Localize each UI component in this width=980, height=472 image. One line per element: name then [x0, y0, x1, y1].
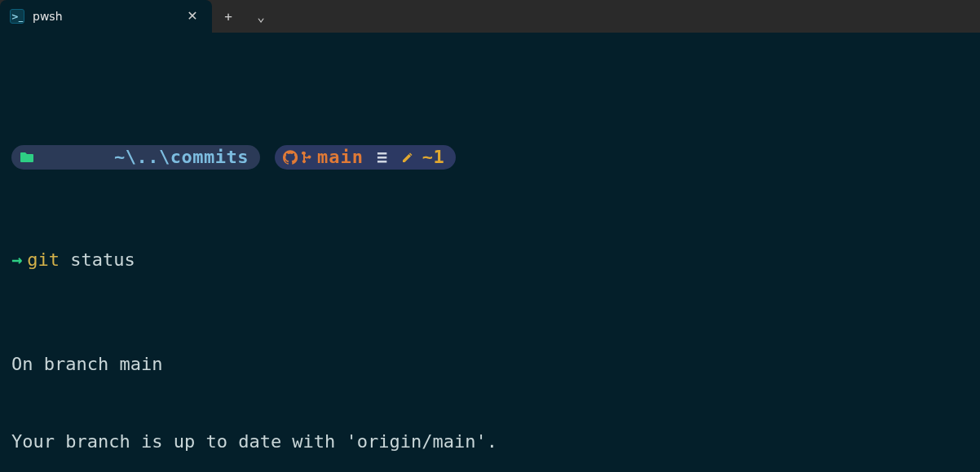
tab-pwsh[interactable]: >_ pwsh ✕	[0, 0, 212, 33]
folder-icon	[20, 99, 109, 215]
tab-dropdown-button[interactable]: ⌄	[245, 0, 277, 33]
path-pill: ~\..\commits	[11, 145, 260, 170]
github-icon	[283, 150, 298, 165]
command-line: →git status	[11, 247, 969, 273]
path-text: ~\..\commits	[114, 144, 249, 170]
git-pill: main ≡ ~1	[275, 145, 456, 170]
command-keyword: git	[27, 249, 60, 270]
powershell-icon: >_	[10, 9, 24, 24]
branch-text: main	[317, 144, 364, 170]
branch-icon	[301, 150, 312, 165]
new-tab-button[interactable]: +	[212, 0, 245, 33]
modified-count: ~1	[422, 144, 445, 170]
prompt-status-row: ~\..\commits main ≡ ~1	[11, 145, 969, 170]
close-tab-button[interactable]: ✕	[184, 8, 201, 24]
terminal-pane[interactable]: ~\..\commits main ≡ ~1 →git status On br…	[0, 33, 980, 472]
prompt-arrow-icon: →	[11, 249, 22, 270]
sync-equiv-icon: ≡	[377, 144, 388, 170]
titlebar-actions: + ⌄	[212, 0, 277, 33]
tab-title: pwsh	[33, 10, 176, 23]
output-line: Your branch is up to date with 'origin/m…	[11, 429, 969, 455]
output-line: On branch main	[11, 351, 969, 377]
window-titlebar: >_ pwsh ✕ + ⌄	[0, 0, 980, 33]
pencil-icon	[401, 151, 414, 164]
command-args: status	[60, 249, 135, 270]
